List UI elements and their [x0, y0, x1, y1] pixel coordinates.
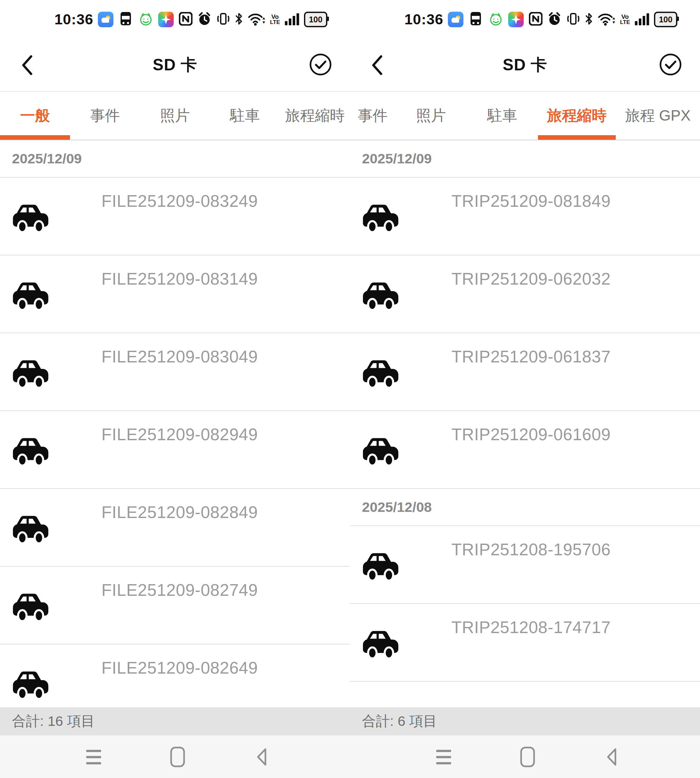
car-icon	[12, 591, 50, 624]
total-count-bar: 合計: 16 項目	[0, 707, 350, 735]
file-name: FILE251209-082749	[102, 580, 258, 600]
tab-indicator	[538, 135, 616, 140]
file-name: TRIP251208-174717	[452, 618, 610, 637]
screenshot-canvas: 10:36 Vo LTE 100	[0, 0, 700, 778]
file-name: TRIP251209-062032	[452, 269, 610, 289]
file-name: TRIP251209-081849	[452, 191, 610, 211]
list-item[interactable]: FILE251209-083049	[0, 333, 350, 411]
list-item[interactable]: TRIP251208-174717	[350, 604, 700, 682]
android-nav-bar	[350, 735, 700, 778]
app-header: SD 卡	[350, 39, 700, 92]
home-icon[interactable]	[158, 736, 197, 778]
file-name: TRIP251208-195706	[452, 540, 610, 559]
list-item[interactable]: FILE251209-082749	[0, 567, 350, 644]
status-bar: 10:36 Vo LTE 100	[0, 0, 350, 39]
car-icon	[362, 551, 400, 583]
file-name: FILE251209-082849	[102, 503, 258, 522]
status-left-group: 10:36	[55, 0, 174, 39]
weather-app-icon	[98, 12, 113, 27]
bus-app-icon	[118, 11, 133, 28]
status-left-group: 10:36	[405, 0, 524, 39]
battery-icon: 100	[304, 12, 327, 27]
file-name: FILE251209-082949	[102, 425, 258, 444]
weather-app-icon	[448, 12, 463, 27]
battery-icon: 100	[654, 12, 677, 27]
screen-right: 10:36 Vo LTE 100	[350, 0, 700, 778]
car-icon	[362, 436, 400, 468]
list-item[interactable]: FILE251209-083249	[0, 178, 350, 255]
select-all-check-button[interactable]	[309, 53, 332, 76]
tab-general[interactable]: 一般	[0, 92, 70, 140]
tab-event[interactable]: 事件	[350, 92, 395, 140]
android-nav-bar	[0, 735, 350, 778]
list-item[interactable]: TRIP251209-062032	[350, 255, 700, 333]
list-item[interactable]: FILE251209-083149	[0, 255, 350, 333]
vibrate-icon	[567, 12, 580, 27]
app-header: SD 卡	[0, 39, 350, 92]
status-right-group: Vo LTE 100	[529, 0, 677, 39]
photos-app-icon	[508, 12, 524, 27]
tab-event[interactable]: 事件	[70, 92, 140, 140]
list-item[interactable]: FILE251209-082649	[0, 644, 350, 707]
back-icon[interactable]	[592, 736, 631, 778]
back-icon[interactable]	[242, 736, 281, 778]
screen-left: 10:36 Vo LTE 100	[0, 0, 350, 778]
car-icon	[12, 358, 50, 390]
bluetooth-icon	[235, 12, 243, 27]
list-item[interactable]: TRIP251209-081849	[350, 178, 700, 255]
car-icon	[362, 280, 400, 312]
photos-app-icon	[158, 12, 174, 27]
tab-trip-gpx[interactable]: 旅程 GPX	[616, 92, 700, 140]
file-name: TRIP251209-061609	[452, 425, 610, 444]
tab-trip-timelapse[interactable]: 旅程縮時	[280, 92, 350, 140]
file-name: FILE251209-083249	[102, 191, 258, 211]
home-icon[interactable]	[508, 736, 547, 778]
status-right-group: Vo LTE 100	[179, 0, 327, 39]
list-item[interactable]: FILE251209-082849	[0, 489, 350, 567]
menu-icon[interactable]	[424, 736, 463, 778]
page-title: SD 卡	[0, 39, 350, 91]
car-icon	[12, 280, 50, 312]
tab-trip-timelapse[interactable]: 旅程縮時	[538, 92, 616, 140]
date-header: 2025/12/09	[350, 140, 700, 178]
tab-bar: 一般 事件 照片 駐車 旅程縮時	[0, 92, 350, 140]
volte-icon: Vo LTE	[620, 14, 630, 25]
tab-bar: 事件 照片 駐車 旅程縮時 旅程 GPX	[350, 92, 700, 140]
tab-indicator	[0, 135, 70, 140]
bluetooth-icon	[585, 12, 593, 27]
nfc-icon	[529, 12, 542, 27]
file-name: FILE251209-083049	[102, 347, 258, 366]
car-icon	[362, 358, 400, 390]
file-list: 2025/12/09 TRIP251209-081849 TRIP251209-…	[350, 140, 700, 707]
file-name: FILE251209-082649	[102, 658, 258, 678]
smiley-app-icon	[138, 11, 153, 28]
nfc-icon	[179, 12, 192, 27]
tab-parking[interactable]: 駐車	[210, 92, 280, 140]
tab-photo[interactable]: 照片	[395, 92, 467, 140]
back-button[interactable]	[20, 55, 34, 76]
wifi-icon	[598, 12, 615, 27]
list-item[interactable]: TRIP251209-061837	[350, 333, 700, 411]
wifi-icon	[248, 12, 265, 27]
select-all-check-button[interactable]	[659, 53, 682, 76]
menu-icon[interactable]	[74, 736, 113, 778]
clock-text: 10:36	[405, 11, 443, 28]
bus-app-icon	[468, 11, 483, 28]
back-button[interactable]	[370, 55, 384, 76]
file-name: TRIP251209-061837	[452, 347, 610, 366]
file-list: 2025/12/09 FILE251209-083249 FILE251209-…	[0, 140, 350, 707]
vibrate-icon	[217, 12, 230, 27]
list-item[interactable]: TRIP251208-195706	[350, 526, 700, 604]
signal-icon	[635, 12, 649, 27]
car-icon	[12, 436, 50, 468]
list-item[interactable]: TRIP251209-061609	[350, 411, 700, 489]
tab-parking[interactable]: 駐車	[467, 92, 538, 140]
file-name: FILE251209-083149	[102, 269, 258, 289]
tab-photo[interactable]: 照片	[140, 92, 210, 140]
signal-icon	[285, 12, 299, 27]
car-icon	[362, 202, 400, 235]
page-title: SD 卡	[350, 39, 700, 91]
list-item[interactable]: FILE251209-082949	[0, 411, 350, 489]
alarm-icon	[547, 12, 562, 27]
car-icon	[362, 629, 400, 661]
